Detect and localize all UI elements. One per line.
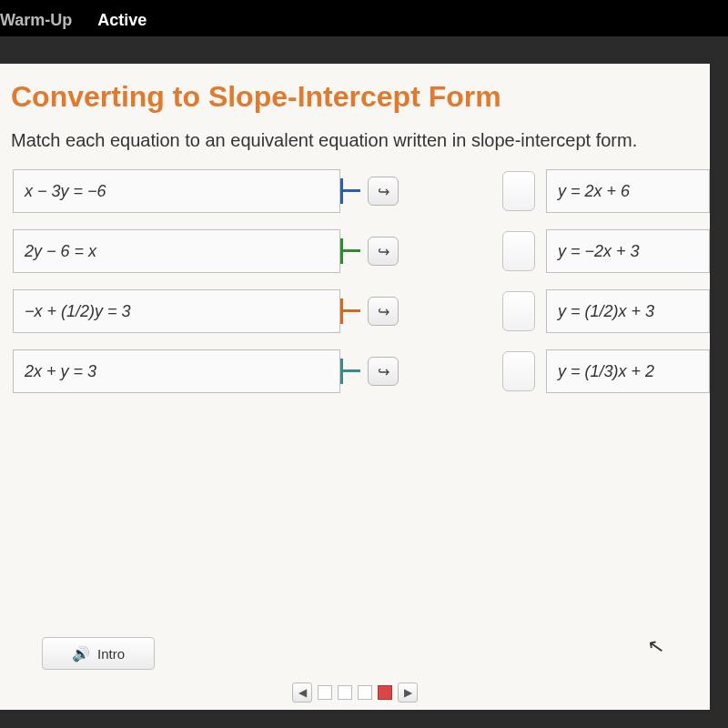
- page-navigator: ◀ ▶: [292, 682, 418, 703]
- drag-handle[interactable]: ↪: [368, 357, 399, 386]
- connector: [340, 229, 368, 273]
- chevron-right-icon: ▶: [404, 686, 412, 699]
- photo-frame: Warm-Up Active Converting to Slope-Inter…: [0, 0, 728, 728]
- connector: [340, 169, 368, 213]
- monitor-bezel: Warm-Up Active Converting to Slope-Inter…: [0, 36, 728, 728]
- tab-warmup[interactable]: Warm-Up: [0, 11, 72, 30]
- source-equation[interactable]: x − 3y = −6: [13, 169, 340, 213]
- page-dot-current[interactable]: [378, 685, 392, 700]
- connector: [340, 289, 368, 333]
- drag-handle[interactable]: ↪: [368, 297, 399, 326]
- speaker-icon: 🔊: [72, 645, 90, 662]
- match-row: 2x + y = 3 ↪ y = (1/3)x + 2: [13, 346, 710, 397]
- arrow-icon: ↪: [378, 243, 389, 260]
- arrow-icon: ↪: [378, 363, 389, 380]
- source-equation[interactable]: 2y − 6 = x: [13, 229, 340, 273]
- chevron-left-icon: ◀: [298, 686, 307, 699]
- match-row: 2y − 6 = x ↪ y = −2x + 3: [13, 226, 710, 277]
- answer-equation: y = −2x + 3: [546, 229, 710, 273]
- drop-target[interactable]: [502, 351, 535, 391]
- match-row: x − 3y = −6 ↪ y = 2x + 6: [13, 166, 710, 217]
- intro-label: Intro: [97, 646, 125, 662]
- arrow-icon: ↪: [378, 183, 389, 200]
- arrow-icon: ↪: [378, 303, 389, 320]
- page-dot[interactable]: [338, 685, 352, 700]
- intro-button[interactable]: 🔊 Intro: [42, 637, 155, 670]
- page-title: Converting to Slope-Intercept Form: [0, 64, 710, 121]
- answer-equation: y = (1/2)x + 3: [546, 289, 710, 333]
- mode-tabs: Warm-Up Active: [0, 11, 147, 30]
- match-row: −x + (1/2)y = 3 ↪ y = (1/2)x + 3: [13, 286, 710, 337]
- page-dot[interactable]: [358, 685, 372, 700]
- drop-target[interactable]: [502, 171, 535, 211]
- answer-equation: y = (1/3)x + 2: [546, 349, 710, 393]
- mouse-cursor-icon: ↖: [646, 634, 666, 661]
- source-equation[interactable]: 2x + y = 3: [13, 349, 340, 393]
- prev-page-button[interactable]: ◀: [292, 682, 312, 703]
- drop-target[interactable]: [502, 291, 535, 331]
- answer-equation: y = 2x + 6: [546, 169, 710, 213]
- lesson-screen: Converting to Slope-Intercept Form Match…: [0, 64, 710, 710]
- matching-area: x − 3y = −6 ↪ y = 2x + 6 2y − 6 = x ↪ y …: [0, 160, 710, 542]
- next-page-button[interactable]: ▶: [398, 682, 418, 703]
- instruction-text: Match each equation to an equivalent equ…: [0, 121, 710, 160]
- tab-active[interactable]: Active: [97, 11, 147, 30]
- drag-handle[interactable]: ↪: [368, 237, 399, 266]
- page-dot[interactable]: [318, 685, 332, 700]
- source-equation[interactable]: −x + (1/2)y = 3: [13, 289, 340, 333]
- drag-handle[interactable]: ↪: [368, 177, 399, 206]
- drop-target[interactable]: [502, 231, 535, 271]
- connector: [340, 349, 368, 393]
